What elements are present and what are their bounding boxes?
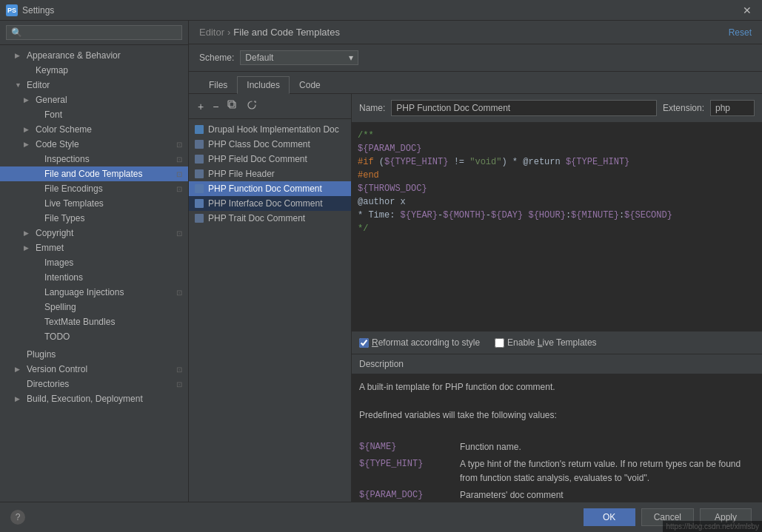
- scheme-value: Default: [245, 53, 273, 63]
- desc-val: A type hint of the function's return val…: [460, 457, 755, 485]
- sidebar-item-plugins[interactable]: Plugins: [0, 347, 188, 362]
- template-item-phpclass[interactable]: PHP Class Doc Comment: [189, 137, 351, 152]
- live-templates-checkbox-label[interactable]: Enable Live Templates: [495, 337, 597, 348]
- template-icon: [195, 184, 204, 193]
- arrow-icon: [33, 185, 40, 192]
- dropdown-icon: ▾: [349, 53, 353, 63]
- breadcrumb-parent: Editor: [199, 27, 224, 38]
- search-wrapper[interactable]: 🔍: [6, 25, 182, 40]
- description-panel: Description A built-in template for PHP …: [352, 354, 762, 502]
- sidebar-item-spelling[interactable]: Spelling: [0, 300, 188, 314]
- sync-icon: ⊡: [176, 229, 182, 238]
- tab-code[interactable]: Code: [290, 76, 330, 93]
- breadcrumb: Editor › File and Code Templates: [199, 27, 340, 38]
- template-icon: [195, 169, 204, 178]
- sidebar-item-live-templates[interactable]: Live Templates: [0, 196, 188, 211]
- bottom-bar: ? OK Cancel Apply: [0, 502, 762, 532]
- template-name: PHP Class Doc Comment: [208, 139, 310, 149]
- arrow-icon: ▶: [24, 96, 31, 104]
- add-template-button[interactable]: +: [195, 98, 207, 114]
- desc-row-2: ${TYPE_HINT} A type hint of the function…: [359, 457, 755, 485]
- live-templates-checkbox[interactable]: [495, 338, 504, 348]
- sidebar-item-images[interactable]: Images: [0, 255, 188, 270]
- desc-intro1: A built-in template for PHP function doc…: [359, 380, 755, 394]
- arrow-icon: [33, 274, 40, 281]
- panel-header: Editor › File and Code Templates Reset: [189, 21, 762, 44]
- sync-icon: ⊡: [176, 366, 182, 374]
- watermark: https://blog.csdn.net/xlmlsby: [663, 521, 762, 532]
- tab-files[interactable]: Files: [199, 76, 237, 93]
- template-name-input[interactable]: [391, 100, 657, 116]
- sidebar-item-file-code-templates[interactable]: File and Code Templates ⊡: [0, 166, 188, 181]
- arrow-icon: [24, 67, 31, 74]
- sidebar-item-lang-injections[interactable]: Language Injections ⊡: [0, 285, 188, 300]
- template-item-phpfunc[interactable]: PHP Function Doc Comment: [189, 181, 351, 196]
- template-item-phpfileheader[interactable]: PHP File Header: [189, 166, 351, 181]
- sidebar-item-general[interactable]: ▶ General: [0, 92, 188, 107]
- template-icon: [195, 140, 204, 149]
- template-item-drupal[interactable]: Drupal Hook Implementation Doc: [189, 122, 351, 137]
- sidebar-item-file-types[interactable]: File Types: [0, 211, 188, 226]
- svg-rect-1: [228, 101, 234, 107]
- desc-row-1: ${NAME} Function name.: [359, 440, 755, 454]
- sidebar-item-inspections[interactable]: Inspections ⊡: [0, 152, 188, 166]
- arrow-icon: [33, 200, 40, 207]
- search-input[interactable]: [25, 27, 177, 38]
- arrow-icon: [33, 111, 40, 118]
- help-button[interactable]: ?: [10, 510, 25, 525]
- close-button[interactable]: ✕: [738, 3, 756, 18]
- template-toolbar: + −: [189, 94, 351, 119]
- code-editor[interactable]: /** ${PARAM_DOC} #if (${TYPE_HINT} != "v…: [352, 123, 762, 331]
- reset-link[interactable]: Reset: [729, 27, 752, 38]
- split-area: + − Drupal Hook Implementation Doc: [189, 94, 762, 502]
- template-list: + − Drupal Hook Implementation Doc: [189, 94, 352, 502]
- template-name: PHP Field Doc Comment: [208, 154, 307, 164]
- reformat-checkbox[interactable]: [359, 338, 369, 348]
- arrow-icon: [33, 215, 40, 222]
- sidebar-item-intentions[interactable]: Intentions: [0, 270, 188, 285]
- code-line: #if (${TYPE_HINT} != "void") * @return $…: [358, 155, 756, 169]
- desc-val: Parameters' doc comment: [460, 488, 564, 502]
- sidebar-item-codestyle[interactable]: ▶ Code Style ⊡: [0, 137, 188, 152]
- template-item-phpinterface[interactable]: PHP Interface Doc Comment: [189, 196, 351, 211]
- sidebar-item-keymap[interactable]: Keymap: [0, 63, 188, 78]
- sidebar-item-vcs[interactable]: ▶ Version Control ⊡: [0, 362, 188, 377]
- restore-template-button[interactable]: [244, 98, 260, 114]
- desc-key: ${TYPE_HINT}: [359, 457, 448, 485]
- template-item-phpfield[interactable]: PHP Field Doc Comment: [189, 152, 351, 166]
- reformat-checkbox-label[interactable]: Reformat according to style: [359, 337, 480, 348]
- ext-label: Extension:: [663, 103, 704, 113]
- scheme-label: Scheme:: [199, 53, 234, 63]
- template-icon: [195, 199, 204, 208]
- sidebar-item-copyright[interactable]: ▶ Copyright ⊡: [0, 226, 188, 240]
- ok-button[interactable]: OK: [584, 508, 635, 526]
- scheme-row: Scheme: Default ▾: [189, 44, 762, 72]
- sidebar-item-editor[interactable]: ▼ Editor: [0, 78, 188, 92]
- description-header: Description: [352, 354, 762, 374]
- sidebar-item-textmate[interactable]: TextMate Bundles: [0, 314, 188, 329]
- remove-template-button[interactable]: −: [210, 98, 221, 114]
- sidebar-item-colorscheme[interactable]: ▶ Color Scheme: [0, 122, 188, 137]
- tab-includes[interactable]: Includes: [237, 76, 290, 94]
- sync-icon: ⊡: [176, 289, 182, 297]
- sidebar-item-emmet[interactable]: ▶ Emmet: [0, 240, 188, 255]
- sidebar-item-directories[interactable]: Directories ⊡: [0, 377, 188, 391]
- svg-rect-0: [230, 102, 235, 108]
- template-ext-input[interactable]: [710, 100, 755, 116]
- sidebar-item-file-encodings[interactable]: File Encodings ⊡: [0, 181, 188, 196]
- desc-key: ${PARAM_DOC}: [359, 488, 448, 502]
- template-items: Drupal Hook Implementation Doc PHP Class…: [189, 119, 351, 502]
- scheme-select[interactable]: Default ▾: [240, 50, 358, 65]
- arrow-icon: ▶: [24, 229, 31, 237]
- arrow-icon: ▶: [24, 141, 31, 148]
- name-row: Name: Extension:: [352, 94, 762, 123]
- template-icon: [195, 125, 204, 134]
- sidebar-item-todo[interactable]: TODO: [0, 329, 188, 344]
- help-icon[interactable]: ?: [10, 510, 25, 525]
- sidebar-item-font[interactable]: Font: [0, 107, 188, 122]
- copy-template-button[interactable]: [224, 98, 241, 114]
- sidebar-item-appearance[interactable]: ▶ Appearance & Behavior: [0, 48, 188, 63]
- template-item-phptrait[interactable]: PHP Trait Doc Comment: [189, 211, 351, 226]
- sidebar-item-build[interactable]: ▶ Build, Execution, Deployment: [0, 391, 188, 406]
- arrow-icon: [33, 318, 40, 326]
